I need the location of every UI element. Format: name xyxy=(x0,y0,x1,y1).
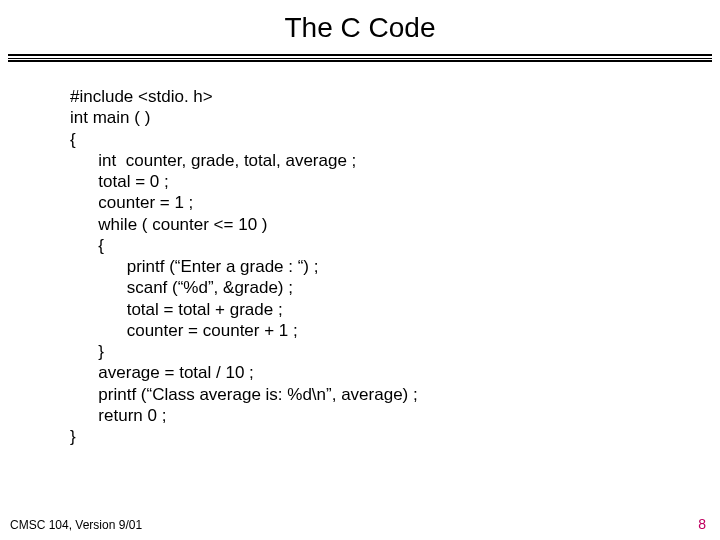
page-title: The C Code xyxy=(0,0,720,54)
code-line: } xyxy=(70,427,76,446)
code-line: return 0 ; xyxy=(98,406,166,425)
code-line: counter = counter + 1 ; xyxy=(127,321,298,340)
code-line: { xyxy=(98,236,104,255)
code-line: int main ( ) xyxy=(70,108,150,127)
code-line: total = 0 ; xyxy=(98,172,168,191)
code-line: counter = 1 ; xyxy=(98,193,193,212)
code-block: #include <stdio. h> int main ( ) { int c… xyxy=(0,64,720,447)
title-rule xyxy=(0,54,720,64)
code-line: int counter, grade, total, average ; xyxy=(98,151,356,170)
code-line: printf (“Class average is: %d\n”, averag… xyxy=(98,385,417,404)
footer-text: CMSC 104, Version 9/01 xyxy=(10,518,142,532)
code-line: #include <stdio. h> xyxy=(70,87,213,106)
code-line: printf (“Enter a grade : “) ; xyxy=(127,257,319,276)
code-line: total = total + grade ; xyxy=(127,300,283,319)
code-line: } xyxy=(98,342,104,361)
code-line: while ( counter <= 10 ) xyxy=(98,215,267,234)
code-line: scanf (“%d”, &grade) ; xyxy=(127,278,293,297)
page-number: 8 xyxy=(698,516,706,532)
code-line: average = total / 10 ; xyxy=(98,363,253,382)
code-line: { xyxy=(70,130,76,149)
